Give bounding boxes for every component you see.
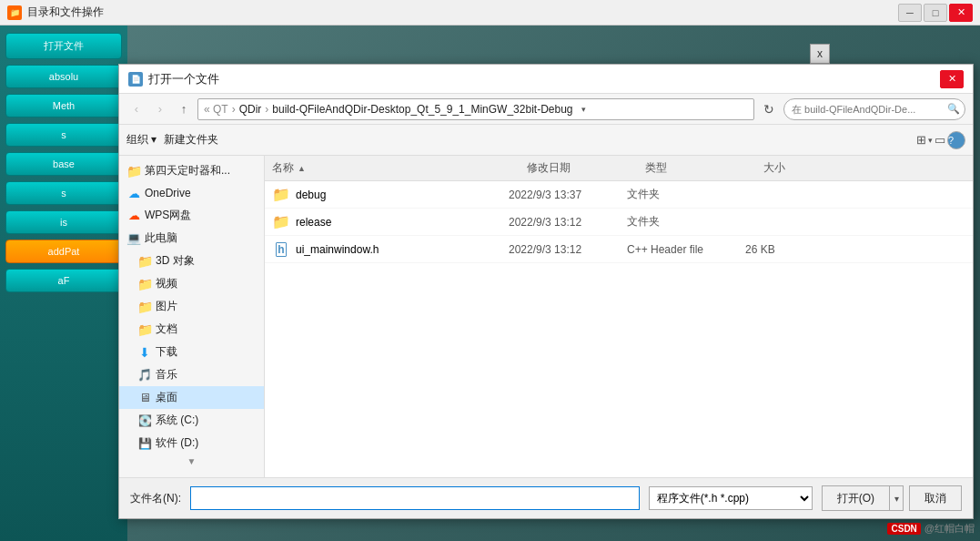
dialog-toolbar: ‹ › ↑ « QT › QDir › build-QFileAndQDir-D… — [119, 94, 973, 125]
open-dropdown-button[interactable]: ▾ — [889, 485, 904, 511]
sidebar-btn-3[interactable]: base — [5, 152, 122, 176]
watermark-text: @红帽白帽 — [924, 522, 975, 536]
address-part-0: « QT — [204, 103, 228, 116]
nav-d-drive-icon: 💾 — [137, 436, 152, 451]
nav-item-ddrive[interactable]: 💾 软件 (D:) — [119, 432, 264, 454]
nav-item-downloads[interactable]: ⬇ 下载 — [119, 341, 264, 363]
nav-item-desktop[interactable]: 🖥 桌面 — [119, 386, 264, 409]
col-size[interactable]: 大小 — [763, 160, 836, 176]
minimize-button[interactable]: ─ — [898, 4, 922, 22]
sidebar-btn-4[interactable]: s — [5, 181, 122, 205]
file-name-1: release — [296, 216, 331, 229]
filetype-select[interactable]: 程序文件(*.h *.cpp) — [649, 486, 813, 510]
filename-input[interactable] — [190, 486, 640, 510]
nav-item-docs[interactable]: 📁 文档 — [119, 318, 264, 341]
address-dropdown-button[interactable]: ▾ — [577, 99, 591, 119]
file-name-2: ui_mainwindow.h — [296, 243, 379, 256]
nav-docs-icon: 📁 — [137, 322, 152, 337]
address-part-2: build-QFileAndQDir-Desktop_Qt_5_9_1_MinG… — [272, 103, 572, 116]
preview-icon: ▭ — [935, 133, 945, 147]
sidebar-btn-2[interactable]: s — [5, 123, 122, 147]
file-name-cell-0: 📁 debug — [272, 186, 509, 204]
open-file-dialog: 📄 打开一个文件 ✕ ‹ › ↑ « QT › QDir › build-QFi… — [118, 64, 974, 519]
dialog-title-icon: 📄 — [128, 72, 143, 87]
file-date-2: 2022/9/3 13:12 — [509, 243, 627, 256]
preview-button[interactable]: ▭ — [935, 133, 945, 147]
main-title-controls: ─ □ ✕ — [898, 4, 973, 22]
dialog-close-button[interactable]: ✕ — [940, 70, 964, 88]
close-main-button[interactable]: ✕ — [949, 4, 973, 22]
help-button[interactable]: ? — [947, 131, 965, 149]
sort-arrow: ▲ — [298, 164, 306, 173]
file-row-1[interactable]: 📁 release 2022/9/3 13:12 文件夹 — [265, 209, 973, 236]
open-button[interactable]: 打开(O) — [822, 485, 889, 511]
refresh-button[interactable]: ↻ — [758, 98, 780, 120]
col-type[interactable]: 类型 — [645, 160, 763, 176]
open-file-button[interactable]: 打开文件 — [5, 33, 122, 59]
dialog-title: 打开一个文件 — [148, 71, 940, 87]
file-name-cell-2: h ui_mainwindow.h — [272, 240, 509, 259]
help-icon: ? — [948, 135, 954, 146]
back-button[interactable]: ‹ — [126, 99, 146, 119]
filename-label: 文件名(N): — [130, 491, 181, 506]
background-sidebar: 打开文件 absolu Meth s base s is addPat aF — [0, 0, 127, 541]
nav-video-icon: 📁 — [137, 277, 152, 291]
file-name-0: debug — [296, 189, 326, 201]
file-panel: 名称 ▲ 修改日期 类型 大小 📁 debug 2022/9/3 13:37 文… — [265, 156, 973, 477]
x-label: x — [810, 44, 830, 64]
cancel-button[interactable]: 取消 — [909, 485, 962, 511]
nav-download-icon: ⬇ — [137, 345, 152, 360]
nav-3d-icon: 📁 — [137, 254, 152, 269]
nav-wps-icon: ☁ — [126, 209, 141, 223]
file-date-1: 2022/9/3 13:12 — [509, 216, 627, 229]
nav-c-drive-icon: 💽 — [137, 413, 152, 428]
nav-pic-icon: 📁 — [137, 300, 152, 314]
file-date-0: 2022/9/3 13:37 — [509, 189, 627, 201]
file-type-0: 文件夹 — [627, 187, 745, 202]
maximize-button[interactable]: □ — [924, 4, 947, 22]
main-title-icon: 📁 — [7, 5, 22, 20]
nav-item-music[interactable]: 🎵 音乐 — [119, 363, 264, 386]
nav-item-cdrive[interactable]: 💽 系统 (C:) — [119, 409, 264, 432]
file-icon-0: 📁 — [272, 186, 290, 204]
view-button[interactable]: ⊞ ▾ — [916, 133, 933, 147]
new-folder-button[interactable]: 新建文件夹 — [164, 132, 218, 148]
main-title-text: 目录和文件操作 — [27, 5, 104, 20]
col-date[interactable]: 修改日期 — [527, 160, 645, 176]
nav-item-pictures[interactable]: 📁 图片 — [119, 295, 264, 318]
search-container: 🔍 — [783, 98, 965, 120]
file-row-0[interactable]: 📁 debug 2022/9/3 13:37 文件夹 — [265, 181, 973, 209]
nav-panel: 📁 第四天定时器和... ☁ OneDrive ☁ WPS网盘 💻 此电脑 📁 … — [119, 156, 265, 477]
forward-button[interactable]: › — [150, 99, 170, 119]
address-part-1: QDir — [239, 103, 262, 116]
up-button[interactable]: ↑ — [174, 99, 194, 119]
file-row-2[interactable]: h ui_mainwindow.h 2022/9/3 13:12 C++ Hea… — [265, 236, 973, 263]
nav-item-3d[interactable]: 📁 3D 对象 — [119, 250, 264, 272]
nav-cloud-icon: ☁ — [126, 186, 141, 200]
file-type-2: C++ Header file — [627, 243, 745, 256]
dialog-bottom: 文件名(N): 程序文件(*.h *.cpp) 打开(O) ▾ 取消 — [119, 477, 973, 518]
nav-scroll-indicator: ▼ — [119, 454, 264, 468]
sidebar-btn-0[interactable]: absolu — [5, 65, 122, 88]
csdn-logo: CSDN — [887, 523, 920, 535]
nav-item-0[interactable]: 📁 第四天定时器和... — [119, 159, 264, 182]
sidebar-btn-5[interactable]: is — [5, 210, 122, 234]
organize-button[interactable]: 组织 ▾ — [126, 132, 157, 148]
actionbar-right: ⊞ ▾ ▭ ? — [916, 131, 965, 149]
sidebar-btn-6[interactable]: addPat — [5, 240, 122, 263]
nav-item-video[interactable]: 📁 视频 — [119, 272, 264, 295]
nav-item-onedrive[interactable]: ☁ OneDrive — [119, 182, 264, 204]
main-titlebar: 📁 目录和文件操作 ─ □ ✕ — [0, 0, 980, 26]
view-icon: ⊞ — [916, 133, 926, 147]
col-name[interactable]: 名称 ▲ — [272, 160, 527, 176]
sidebar-btn-1[interactable]: Meth — [5, 94, 122, 117]
nav-item-pc[interactable]: 💻 此电脑 — [119, 227, 264, 250]
search-input[interactable] — [783, 98, 965, 120]
sidebar-btn-7[interactable]: aF — [5, 269, 122, 292]
nav-item-wps[interactable]: ☁ WPS网盘 — [119, 204, 264, 227]
dialog-titlebar: 📄 打开一个文件 ✕ — [119, 65, 973, 94]
search-icon: 🔍 — [947, 103, 960, 115]
nav-music-icon: 🎵 — [137, 368, 152, 383]
file-name-cell-1: 📁 release — [272, 213, 509, 231]
address-bar[interactable]: « QT › QDir › build-QFileAndQDir-Desktop… — [197, 98, 754, 120]
